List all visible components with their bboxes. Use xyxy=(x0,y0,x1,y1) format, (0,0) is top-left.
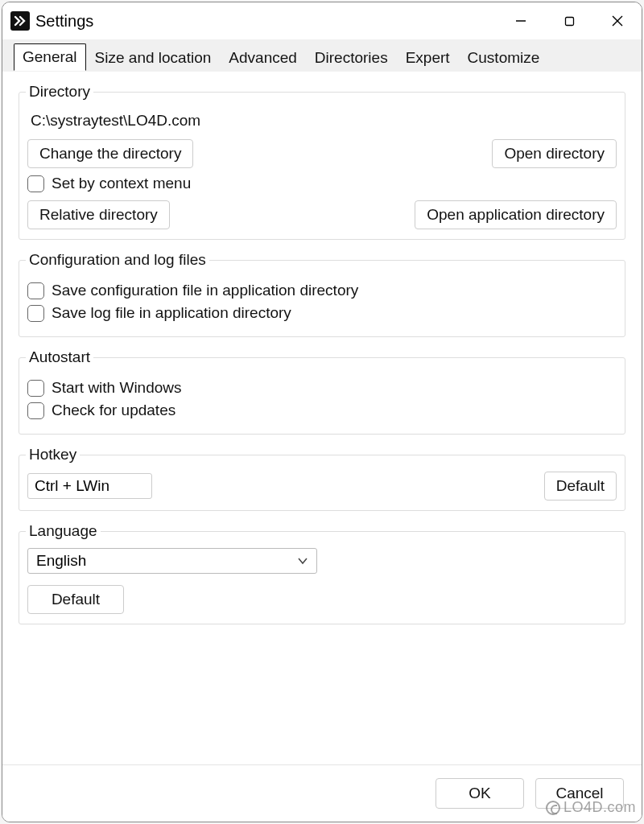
titlebar: Settings xyxy=(2,2,642,39)
window-title: Settings xyxy=(35,12,93,31)
language-default-button[interactable]: Default xyxy=(27,585,124,614)
set-by-context-menu-checkbox[interactable] xyxy=(27,175,44,192)
language-value: English xyxy=(36,552,86,570)
tab-general[interactable]: General xyxy=(14,43,86,71)
save-log-checkbox[interactable] xyxy=(27,305,44,322)
group-hotkey: Hotkey Default xyxy=(19,446,625,511)
minimize-button[interactable] xyxy=(497,2,545,39)
group-language: Language English Default xyxy=(19,522,625,624)
svg-rect-1 xyxy=(565,17,573,25)
tab-expert[interactable]: Expert xyxy=(397,44,459,71)
set-by-context-menu-label: Set by context menu xyxy=(52,175,191,192)
start-with-windows-checkbox[interactable] xyxy=(27,380,44,397)
start-with-windows-label: Start with Windows xyxy=(52,379,182,397)
legend-autostart: Autostart xyxy=(26,348,93,366)
chevron-down-icon xyxy=(297,557,308,565)
directory-path-input[interactable] xyxy=(27,109,617,133)
hotkey-input[interactable] xyxy=(27,473,152,499)
app-icon xyxy=(10,11,30,31)
hotkey-default-button[interactable]: Default xyxy=(544,472,617,501)
close-button[interactable] xyxy=(593,2,642,39)
maximize-button[interactable] xyxy=(545,2,593,39)
legend-language: Language xyxy=(26,522,101,540)
tab-advanced[interactable]: Advanced xyxy=(220,44,306,71)
language-select[interactable]: English xyxy=(27,548,317,574)
group-config-log: Configuration and log files Save configu… xyxy=(19,251,625,337)
open-application-directory-button[interactable]: Open application directory xyxy=(415,200,617,229)
save-config-checkbox[interactable] xyxy=(27,282,44,299)
group-directory: Directory Change the directory Open dire… xyxy=(19,83,625,240)
group-autostart: Autostart Start with Windows Check for u… xyxy=(19,348,625,435)
legend-directory: Directory xyxy=(26,83,93,101)
tab-customize[interactable]: Customize xyxy=(459,44,549,71)
relative-directory-button[interactable]: Relative directory xyxy=(27,200,170,229)
legend-config-log: Configuration and log files xyxy=(26,251,209,269)
cancel-button[interactable]: Cancel xyxy=(535,778,624,809)
change-directory-button[interactable]: Change the directory xyxy=(27,139,193,168)
tab-directories[interactable]: Directories xyxy=(306,44,397,71)
save-config-label: Save configuration file in application d… xyxy=(52,282,358,299)
check-for-updates-label: Check for updates xyxy=(52,402,175,419)
tab-size-location[interactable]: Size and location xyxy=(86,44,221,71)
save-log-label: Save log file in application directory xyxy=(52,304,291,322)
content-area: Directory Change the directory Open dire… xyxy=(2,72,642,764)
settings-window: Settings General Size and location Advan… xyxy=(2,2,642,822)
footer: OK Cancel xyxy=(2,764,642,822)
check-for-updates-checkbox[interactable] xyxy=(27,402,44,419)
ok-button[interactable]: OK xyxy=(436,778,524,809)
tabs-row: General Size and location Advanced Direc… xyxy=(2,39,642,72)
open-directory-button[interactable]: Open directory xyxy=(492,139,617,168)
legend-hotkey: Hotkey xyxy=(26,446,80,464)
